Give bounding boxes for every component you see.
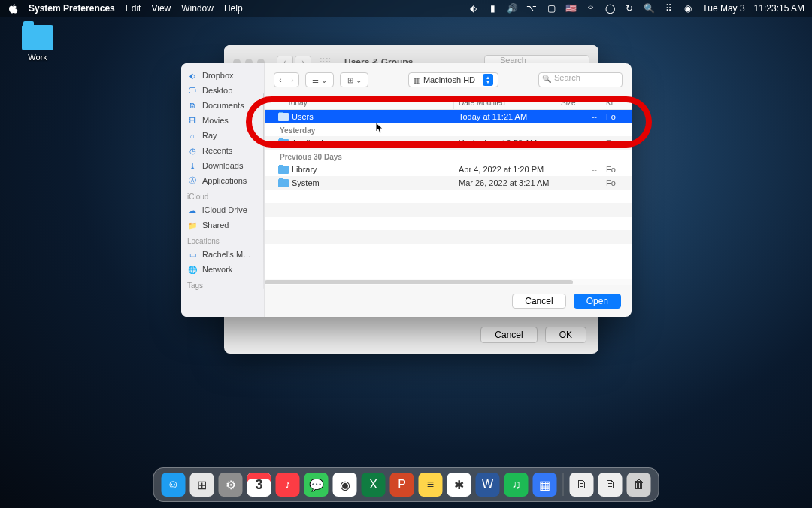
dock-doc2[interactable]: 🗎 — [598, 473, 623, 497]
dock-notes[interactable]: ≡ — [419, 473, 443, 497]
empty-row — [265, 190, 632, 203]
apple-menu[interactable] — [8, 3, 18, 14]
sidebar-item-documents[interactable]: 🗎Documents — [181, 98, 264, 113]
dock-separator — [563, 473, 564, 496]
dock-misc[interactable]: ▦ — [533, 473, 557, 497]
user-icon[interactable]: ◯ — [604, 3, 615, 14]
file-modified: Yesterday at 9:58 AM — [454, 138, 556, 148]
column-headers[interactable]: Today⌃ Date Modified Size Ki — [265, 96, 632, 110]
group-header: Yesterday — [265, 123, 632, 136]
group-header: Previous 30 Days — [265, 150, 632, 163]
menubar: System Preferences Edit View Window Help… — [0, 0, 812, 17]
file-kind: Fo — [601, 178, 632, 187]
sheet-toolbar: ‹› ☰⌄ ⊞⌄ ▥ Macintosh HD ▲▼ Search — [265, 63, 632, 96]
sidebar-item-desktop[interactable]: 🖵Desktop — [181, 83, 264, 98]
sidebar-item-shared[interactable]: 📁Shared — [181, 217, 264, 233]
open-button[interactable]: Open — [574, 294, 621, 309]
sidebar-item-downloads[interactable]: ⤓Downloads — [181, 158, 264, 173]
dock-excel[interactable]: X — [362, 473, 386, 497]
file-modified: Apr 4, 2022 at 1:20 PM — [454, 165, 556, 174]
battery-percent-icon[interactable]: ▢ — [546, 3, 556, 14]
sidebar-item-recents[interactable]: ◷Recents — [181, 143, 264, 158]
nav-back-forward[interactable]: ‹› — [274, 72, 299, 87]
file-name: Applications — [292, 138, 336, 148]
dock-word[interactable]: W — [476, 473, 500, 497]
sidebar-item-label: Shared — [202, 221, 229, 230]
sidebar-item-icloud-drive[interactable]: ☁iCloud Drive — [181, 202, 264, 217]
dock-slack[interactable]: ✱ — [447, 473, 471, 497]
sidebar-item-movies[interactable]: 🎞Movies — [181, 113, 264, 128]
dock-music[interactable]: ♪ — [276, 473, 300, 497]
sidebar-item-label: Desktop — [202, 86, 232, 95]
column-modified[interactable]: Date Modified — [454, 96, 556, 109]
location-label: Macintosh HD — [423, 75, 475, 84]
horizontal-scrollbar[interactable] — [265, 279, 632, 285]
chevron-down-icon: ⌄ — [321, 76, 327, 84]
file-row-system[interactable]: SystemMar 26, 2022 at 3:21 AM--Fo — [265, 176, 632, 190]
sidebar-item-rachel-s-m-[interactable]: ▭Rachel's M… — [181, 247, 264, 262]
flag-icon[interactable]: 🇺🇸 — [565, 3, 576, 14]
file-kind: Fo — [601, 165, 632, 174]
prefs-ok-button[interactable]: OK — [545, 327, 586, 343]
file-size: -- — [556, 112, 601, 121]
cancel-button[interactable]: Cancel — [512, 294, 565, 309]
sidebar-item-label: Applications — [202, 176, 247, 185]
desktop-folder-label: Work — [28, 53, 47, 62]
folder-icon — [278, 113, 289, 121]
spotlight-icon[interactable]: 🔍 — [644, 3, 654, 14]
volume-icon[interactable]: 🔊 — [507, 3, 517, 14]
dock-trash[interactable]: 🗑 — [627, 473, 651, 497]
location-popup[interactable]: ▥ Macintosh HD ▲▼ — [408, 72, 498, 87]
dock-finder[interactable]: ☺ — [162, 473, 186, 497]
dock-powerpoint[interactable]: P — [390, 473, 414, 497]
dock-settings[interactable]: ⚙ — [219, 473, 243, 497]
file-row-applications[interactable]: ApplicationsYesterday at 9:58 AM--Fo — [265, 136, 632, 150]
menu-help[interactable]: Help — [224, 3, 243, 14]
menu-edit[interactable]: Edit — [126, 3, 141, 14]
empty-row — [265, 244, 632, 257]
timemachine-icon[interactable]: ↻ — [624, 3, 635, 14]
app-name[interactable]: System Preferences — [29, 3, 115, 14]
dock-launchpad[interactable]: ⊞ — [190, 473, 214, 497]
sidebar-item-dropbox[interactable]: ⬖Dropbox — [181, 68, 264, 83]
siri-icon[interactable]: ◉ — [683, 3, 693, 14]
dock-doc[interactable]: 🗎 — [570, 473, 594, 497]
dock-messages[interactable]: 💬 — [304, 473, 329, 497]
chevron-right-icon: › — [286, 76, 298, 84]
dock-chrome[interactable]: ◉ — [333, 473, 357, 497]
dock-calendar[interactable]: 3 — [247, 473, 271, 497]
control-center-icon[interactable]: ⠿ — [663, 3, 674, 14]
empty-row — [265, 217, 632, 230]
laptop-icon: ▭ — [187, 249, 198, 260]
battery-icon[interactable]: ▮ — [487, 3, 498, 14]
wifi-icon[interactable]: ⌔ — [585, 3, 595, 14]
column-kind[interactable]: Ki — [601, 96, 632, 109]
menubar-date[interactable]: Tue May 3 — [702, 3, 744, 14]
file-row-users[interactable]: UsersToday at 11:21 AM--Fo — [265, 110, 632, 123]
file-row-library[interactable]: LibraryApr 4, 2022 at 1:20 PM--Fo — [265, 163, 632, 176]
sidebar-item-applications[interactable]: ⒶApplications — [181, 173, 264, 188]
menu-view[interactable]: View — [151, 3, 171, 14]
bluetooth-icon[interactable]: ⌥ — [526, 3, 537, 14]
menubar-time[interactable]: 11:23:15 AM — [754, 3, 804, 14]
dropbox-icon[interactable]: ⬖ — [468, 3, 478, 14]
folder-icon — [278, 139, 289, 148]
dock-spotify[interactable]: ♫ — [504, 473, 529, 497]
view-grid-button[interactable]: ⊞⌄ — [340, 72, 368, 87]
prefs-cancel-button[interactable]: Cancel — [480, 327, 537, 343]
hard-disk-icon: ▥ — [414, 76, 420, 84]
file-kind: Fo — [601, 138, 632, 148]
sidebar-item-ray[interactable]: ⌂Ray — [181, 128, 264, 143]
grid-icon: ⊞ — [347, 76, 353, 84]
file-name: Library — [292, 165, 317, 174]
menu-window[interactable]: Window — [181, 3, 214, 14]
folder-icon — [278, 179, 289, 187]
desktop-folder-work[interactable]: Work — [14, 25, 61, 62]
file-size: -- — [556, 138, 601, 148]
search-input[interactable]: Search — [538, 72, 623, 87]
sidebar-header-tags: Tags — [181, 277, 264, 291]
column-size[interactable]: Size — [556, 96, 601, 109]
sidebar-item-network[interactable]: 🌐Network — [181, 262, 264, 277]
view-list-button[interactable]: ☰⌄ — [305, 72, 334, 87]
clock-icon: ◷ — [187, 145, 198, 156]
